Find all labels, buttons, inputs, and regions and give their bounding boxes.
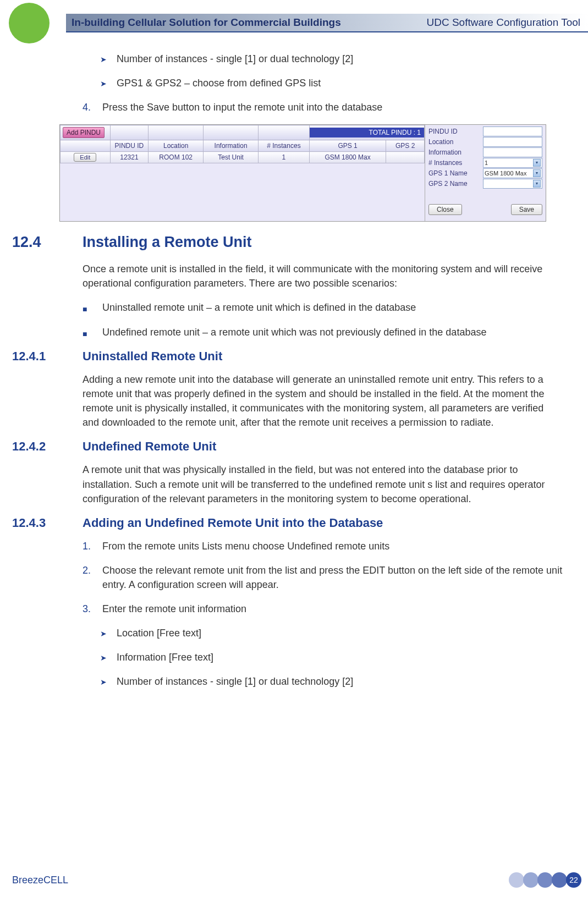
table-row: Edit 12321 ROOM 102 Test Unit 1 GSM 1800…	[61, 152, 425, 163]
bullet-text: Undefined remote unit – a remote unit wh…	[102, 325, 486, 339]
step-text: Press the Save button to input the remot…	[102, 100, 382, 114]
list-item: ➤ Information [Free text]	[100, 650, 563, 664]
side-label-instances: # Instances	[428, 158, 483, 168]
location-field[interactable]	[483, 137, 542, 147]
save-button[interactable]: Save	[511, 204, 542, 215]
col-gps1: GPS 1	[309, 140, 386, 152]
footer-brand: BreezeCELL	[12, 875, 68, 886]
logo-dot	[9, 3, 50, 43]
subsection-title: Adding an Undefined Remote Unit into the…	[83, 516, 383, 530]
subsection-title: Uninstalled Remote Unit	[83, 349, 222, 364]
body-text: Adding a new remote unit into the databa…	[83, 372, 563, 430]
gps1-select[interactable]: GSM 1800 Max ▾	[483, 168, 542, 178]
table-header: Add PINDU TOTAL PINDU : 1	[61, 125, 425, 140]
subsection-heading: 12.4.1 Uninstalled Remote Unit	[12, 349, 563, 364]
side-label-gps2: GPS 2 Name	[428, 179, 483, 189]
col-information: Information	[204, 140, 259, 152]
cell-location: ROOM 102	[149, 152, 204, 163]
step-number: 3.	[83, 602, 102, 616]
side-label-gps1: GPS 1 Name	[428, 168, 483, 178]
page-header: In-building Cellular Solution for Commer…	[0, 0, 588, 46]
list-item: 3. Enter the remote unit information	[83, 602, 563, 616]
col-gps2: GPS 2	[386, 140, 425, 152]
col-location: Location	[149, 140, 204, 152]
edit-button[interactable]: Edit	[74, 153, 96, 162]
bullet-text: Uninstalled remote unit – a remote unit …	[102, 300, 416, 315]
bullet-text: GPS1 & GPS2 – choose from defined GPS li…	[117, 76, 321, 90]
step-text: Enter the remote unit information	[102, 602, 246, 616]
arrow-bullet-icon: ➤	[100, 52, 117, 66]
gps1-value: GSM 1800 Max	[485, 170, 526, 177]
arrow-bullet-icon: ➤	[100, 76, 117, 90]
square-bullet-icon: ■	[83, 300, 102, 315]
decor-dot	[537, 872, 553, 888]
arrow-bullet-icon: ➤	[100, 626, 117, 640]
chevron-down-icon: ▾	[533, 180, 541, 188]
header-bar: In-building Cellular Solution for Commer…	[66, 14, 588, 32]
header-title: In-building Cellular Solution for Commer…	[72, 16, 341, 29]
cell-pindu-id: 12321	[110, 152, 149, 163]
step-number: 2.	[83, 563, 102, 592]
side-panel: PINDU ID Location Information # Instance…	[425, 125, 546, 221]
arrow-bullet-icon: ➤	[100, 650, 117, 664]
close-button[interactable]: Close	[428, 204, 462, 215]
section-heading: 12.4 Installing a Remote Unit	[12, 234, 563, 251]
bullet-text: Location [Free text]	[117, 626, 201, 640]
subsection-title: Undefined Remote Unit	[83, 439, 216, 454]
decor-dot	[523, 872, 538, 888]
col-pindu-id: PINDU ID	[110, 140, 149, 152]
subsection-num: 12.4.3	[12, 516, 83, 530]
decor-dot	[552, 872, 567, 888]
empty-area	[60, 163, 425, 221]
list-item: ➤ Number of instances - single [1] or du…	[100, 674, 563, 689]
square-bullet-icon: ■	[83, 325, 102, 339]
page-footer: BreezeCELL 22	[0, 872, 588, 888]
chevron-down-icon: ▾	[533, 169, 541, 177]
list-item: 2. Choose the relevant remote unit from …	[83, 563, 563, 592]
list-item: 1. From the remote units Lists menu choo…	[83, 539, 563, 553]
side-label-location: Location	[428, 137, 483, 147]
step-number: 4.	[83, 100, 102, 114]
cell-information: Test Unit	[204, 152, 259, 163]
list-item: 4. Press the Save button to input the re…	[83, 100, 563, 114]
step-number: 1.	[83, 539, 102, 553]
side-label-information: Information	[428, 147, 483, 157]
list-item: ➤ Number of instances - single [1] or du…	[100, 52, 563, 66]
decor-dot	[509, 872, 524, 888]
arrow-bullet-icon: ➤	[100, 674, 117, 689]
body-text: Once a remote unit is installed in the f…	[83, 262, 563, 290]
footer-dots: 22	[510, 872, 581, 888]
step-text: From the remote units Lists menu choose …	[102, 539, 389, 553]
cell-gps2	[386, 152, 425, 163]
list-item: ➤ GPS1 & GPS2 – choose from defined GPS …	[100, 76, 563, 90]
page-number: 22	[566, 872, 581, 888]
list-item: ■ Uninstalled remote unit – a remote uni…	[83, 300, 563, 315]
total-pindu-label: TOTAL PINDU : 1	[310, 128, 424, 138]
pindu-id-field[interactable]	[483, 127, 542, 136]
app-screenshot: Add PINDU TOTAL PINDU : 1	[59, 124, 546, 222]
information-field[interactable]	[483, 147, 542, 157]
subsection-num: 12.4.2	[12, 439, 83, 454]
subsection-heading: 12.4.3 Adding an Undefined Remote Unit i…	[12, 516, 563, 530]
add-pindu-button[interactable]: Add PINDU	[63, 127, 105, 138]
step-text: Choose the relevant remote unit from the…	[102, 563, 563, 592]
instances-value: 1	[485, 160, 488, 166]
list-item: ➤ Location [Free text]	[100, 626, 563, 640]
bullet-text: Number of instances - single [1] or dual…	[117, 52, 353, 66]
subsection-heading: 12.4.2 Undefined Remote Unit	[12, 439, 563, 454]
cell-gps1: GSM 1800 Max	[309, 152, 386, 163]
gps2-select[interactable]: ▾	[483, 179, 542, 189]
bullet-text: Number of instances - single [1] or dual…	[117, 674, 353, 689]
instances-select[interactable]: 1 ▾	[483, 158, 542, 168]
cell-instances: 1	[259, 152, 310, 163]
header-tool-name: UDC Software Configuration Tool	[426, 16, 580, 29]
table-columns: PINDU ID Location Information # Instance…	[61, 140, 425, 152]
subsection-num: 12.4.1	[12, 349, 83, 364]
chevron-down-icon: ▾	[533, 159, 541, 167]
list-item: ■ Undefined remote unit – a remote unit …	[83, 325, 563, 339]
section-title: Installing a Remote Unit	[83, 234, 252, 251]
side-label-pindu-id: PINDU ID	[428, 127, 483, 136]
body-text: A remote unit that was physically instal…	[83, 463, 563, 505]
col-instances: # Instances	[259, 140, 310, 152]
bullet-text: Information [Free text]	[117, 650, 213, 664]
